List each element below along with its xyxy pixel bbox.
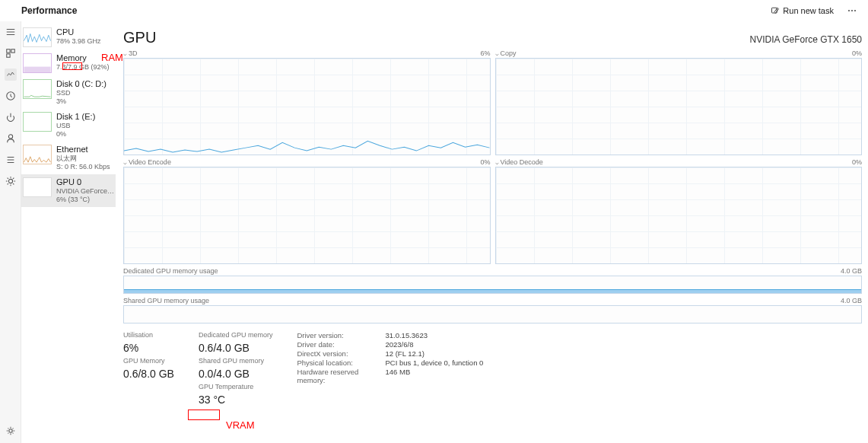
graph-video-encode[interactable]: Video Encode0% <box>123 158 491 264</box>
startup-apps-icon[interactable] <box>5 111 17 123</box>
more-button[interactable]: ⋯ <box>843 4 862 18</box>
graph-copy[interactable]: Copy0% <box>495 49 863 155</box>
svg-point-5 <box>8 135 12 139</box>
run-new-task-label: Run new task <box>783 6 834 15</box>
cpu-label: CPU <box>56 27 101 37</box>
sidebar-item-disk0[interactable]: Disk 0 (C: D:)SSD3% <box>21 76 116 109</box>
disk1-label: Disk 1 (E:) <box>56 112 95 122</box>
run-new-task-button[interactable]: Run new task <box>766 5 838 17</box>
sidebar-item-cpu[interactable]: CPU78% 3.98 GHz <box>21 24 116 50</box>
hamburger-icon[interactable] <box>5 26 17 38</box>
app-history-icon[interactable] <box>5 90 17 102</box>
gpu-device-name: NVIDIA GeForce GTX 1650 <box>750 34 862 45</box>
sidebar-item-memory[interactable]: Memory7.3/7.9 GB (92%) <box>21 50 116 76</box>
shrmem-label: Shared GPU memory <box>199 357 273 365</box>
graph-shared-memory[interactable]: Shared GPU memory usage4.0 GB <box>123 297 862 323</box>
util-value: 6% <box>123 342 174 354</box>
details-icon[interactable] <box>5 154 17 166</box>
sidebar-item-gpu0[interactable]: GPU 0NVIDIA GeForce G...6% (33 °C) <box>21 174 116 207</box>
graph-video-decode[interactable]: Video Decode0% <box>495 158 863 264</box>
shrmem-value: 0.0/4.0 GB <box>199 368 273 380</box>
dedmem-value: 0.6/4.0 GB <box>199 342 273 354</box>
users-icon[interactable] <box>5 132 17 145</box>
svg-rect-8 <box>24 67 50 72</box>
processes-icon[interactable] <box>5 47 17 59</box>
svg-rect-2 <box>11 49 14 53</box>
gpu0-label: GPU 0 <box>56 177 116 187</box>
performance-icon[interactable] <box>5 69 17 81</box>
detail-list: Driver version:31.0.15.3623 Driver date:… <box>297 331 483 384</box>
services-icon[interactable] <box>5 175 17 187</box>
dedmem-label: Dedicated GPU memory <box>199 331 273 339</box>
sidebar-item-disk1[interactable]: Disk 1 (E:)USB0% <box>21 109 116 142</box>
svg-point-7 <box>8 429 11 432</box>
page-title: Performance <box>21 5 77 16</box>
gpumem-value: 0.6/8.0 GB <box>123 368 174 380</box>
main-title: GPU <box>123 29 156 46</box>
disk0-label: Disk 0 (C: D:) <box>56 79 107 89</box>
util-label: Utilisation <box>123 331 174 339</box>
sidebar-item-ethernet[interactable]: Ethernet以太网S: 0 R: 56.0 Kbps <box>21 142 116 174</box>
temp-value: 33 °C <box>199 394 273 406</box>
ethernet-label: Ethernet <box>56 145 110 155</box>
settings-icon[interactable] <box>5 425 17 437</box>
memory-label: Memory <box>56 53 110 63</box>
svg-point-6 <box>8 179 12 183</box>
graph-3d[interactable]: 3D6% <box>123 49 491 155</box>
gpumem-label: GPU Memory <box>123 357 174 365</box>
temp-label: GPU Temperature <box>199 383 273 390</box>
svg-rect-1 <box>6 49 9 53</box>
graph-dedicated-memory[interactable]: Dedicated GPU memory usage4.0 GB <box>123 267 862 294</box>
svg-rect-3 <box>6 54 9 57</box>
